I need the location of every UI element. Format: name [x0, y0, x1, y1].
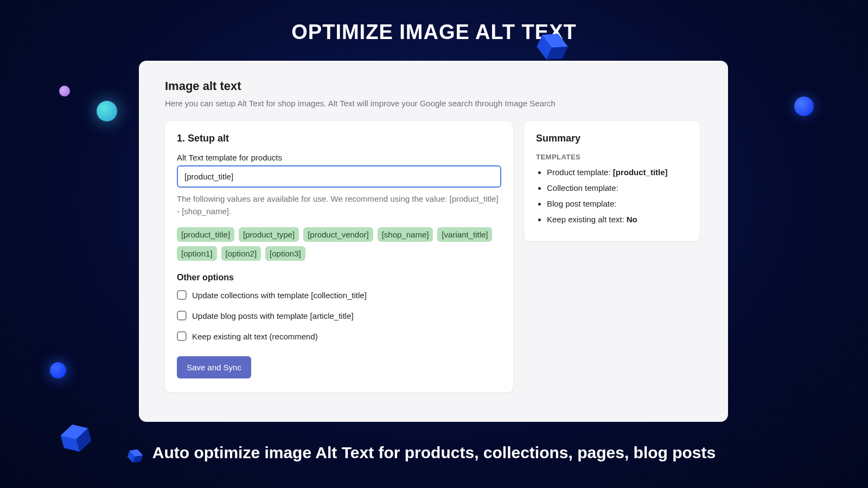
tag-option3[interactable]: [option3]	[265, 246, 305, 261]
other-options-heading: Other options	[177, 273, 501, 282]
save-sync-button[interactable]: Save and Sync	[177, 356, 251, 378]
settings-panel: Image alt text Here you can setup Alt Te…	[139, 61, 728, 422]
summary-item-collection: Collection template:	[547, 182, 688, 194]
setup-card: 1. Setup alt Alt Text template for produ…	[165, 121, 513, 393]
checkbox-update-collections-label: Update collections with template [collec…	[192, 291, 367, 300]
checkbox-update-blog-label: Update blog posts with template [article…	[192, 311, 354, 320]
alt-template-input[interactable]	[177, 165, 501, 188]
decor-orb	[50, 362, 66, 378]
decor-orb	[794, 97, 814, 116]
checkbox-update-blog[interactable]	[177, 311, 187, 320]
summary-item-blog: Blog post template:	[547, 198, 688, 209]
template-tags: [product_title] [product_type] [product_…	[177, 227, 501, 261]
summary-item-keep: Keep existing alt text: No	[547, 214, 688, 225]
checkbox-update-collections[interactable]	[177, 290, 187, 300]
tag-product-type[interactable]: [product_type]	[239, 227, 299, 242]
alt-template-label: Alt Text template for products	[177, 153, 501, 162]
tag-product-title[interactable]: [product_title]	[177, 227, 234, 242]
summary-item-product: Product template: [product_title]	[547, 166, 688, 178]
summary-list: Product template: [product_title] Collec…	[536, 166, 688, 225]
decor-orb	[59, 86, 70, 97]
summary-card: Summary TEMPLATES Product template: [pro…	[524, 121, 700, 241]
setup-heading: 1. Setup alt	[177, 133, 501, 144]
summary-heading: Summary	[536, 133, 688, 144]
alt-template-help: The following values are available for u…	[177, 193, 501, 217]
hero-title: OPTIMIZE IMAGE ALT TEXT	[0, 0, 868, 44]
decor-orb	[97, 101, 117, 121]
checkbox-keep-existing-row: Keep existing alt text (recommend)	[177, 331, 501, 341]
tag-option2[interactable]: [option2]	[221, 246, 261, 261]
summary-templates-label: TEMPLATES	[536, 153, 688, 161]
tag-option1[interactable]: [option1]	[177, 246, 217, 261]
checkbox-update-collections-row: Update collections with template [collec…	[177, 290, 501, 300]
hero-subtitle: Auto optimize image Alt Text for product…	[0, 444, 868, 462]
tag-shop-name[interactable]: [shop_name]	[378, 227, 433, 242]
section-title: Image alt text	[165, 79, 702, 93]
checkbox-update-blog-row: Update blog posts with template [article…	[177, 311, 501, 320]
checkbox-keep-existing[interactable]	[177, 331, 187, 341]
tag-variant-title[interactable]: [variant_title]	[437, 227, 492, 242]
tag-product-vendor[interactable]: [product_vendor]	[303, 227, 373, 242]
section-description: Here you can setup Alt Text for shop ima…	[165, 99, 702, 108]
checkbox-keep-existing-label: Keep existing alt text (recommend)	[192, 332, 318, 341]
